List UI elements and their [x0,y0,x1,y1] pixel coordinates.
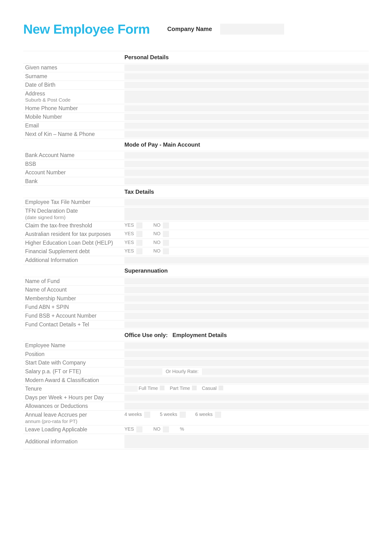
section-title: Personal Details [124,54,169,61]
input-surname[interactable] [124,73,369,80]
checkbox-help-no[interactable] [163,240,169,246]
input-emp-name[interactable] [124,342,369,349]
input-tfn[interactable] [124,199,369,206]
label-6-weeks: 6 weeks [195,412,213,424]
row-tfn-date: TFN Declaration Date (date signed form) [23,207,369,222]
label-nok: Next of Kin – Name & Phone [23,130,124,138]
row-nok: Next of Kin – Name & Phone [23,130,369,139]
row-resident: Australian resident for tax purposes YES… [23,230,369,239]
input-given-names[interactable] [124,64,369,71]
input-email[interactable] [124,122,369,129]
label-fund-abn: Fund ABN + SPIN [23,303,124,312]
input-position[interactable] [124,351,369,358]
row-allowances: Allowances or Deductions [23,402,369,411]
label-5-weeks: 5 weeks [160,412,177,424]
row-fund: Name of Fund [23,277,369,286]
checkbox-resident-no[interactable] [163,231,169,237]
input-office-addl[interactable] [124,435,369,448]
row-fund-contact: Fund Contact Details + Tel [23,320,369,329]
label-dob: Date of Birth [23,81,124,89]
checkbox-parttime[interactable] [192,386,197,390]
input-address[interactable] [124,90,369,103]
row-tenure: Tenure Full Time Part Time Casual [23,385,369,393]
row-tax-addl: Additional Information [23,256,369,265]
no-label: NO [153,222,161,229]
section-super: Superannuation [23,265,369,277]
label-help: Higher Education Loan Debt (HELP) [23,239,124,247]
input-award[interactable] [124,377,369,384]
label-tfn: Employee Tax File Number [23,198,124,207]
section-title: Mode of Pay - Main Account [124,141,200,148]
label-office-addl: Additional information [23,434,124,449]
row-given-names: Given names [23,63,369,72]
input-tax-addl[interactable] [124,257,369,264]
label-acct-name: Bank Account Name [23,151,124,160]
input-tfn-date[interactable] [124,208,369,220]
section-office: Office Use only: Employment Details [23,329,369,341]
checkbox-fulltime[interactable] [160,386,164,390]
row-annual-leave: Annual leave Accrues per annum (pro-rata… [23,411,369,425]
label-fund-bsb: Fund BSB + Account Number [23,312,124,320]
label-given-names: Given names [23,63,124,72]
row-tfn: Employee Tax File Number [23,198,369,207]
input-acct-name[interactable] [124,152,369,159]
row-start-date: Start Date with Company [23,359,369,367]
input-tenure-lead[interactable] [124,386,138,392]
label-allowances: Allowances or Deductions [23,402,124,410]
label-4-weeks: 4 weeks [124,412,142,424]
input-hourly[interactable] [202,368,369,375]
checkbox-fsd-yes[interactable] [136,248,142,254]
no-label: NO [153,248,161,255]
checkbox-6-weeks[interactable] [215,412,221,418]
checkbox-resident-yes[interactable] [136,231,142,237]
label-tax-addl: Additional Information [23,256,124,264]
checkbox-loading-no[interactable] [163,426,169,432]
checkbox-threshold-no[interactable] [163,222,169,229]
label-tenure: Tenure [23,385,124,393]
row-fund-abn: Fund ABN + SPIN [23,303,369,312]
input-fund-abn[interactable] [124,304,369,311]
checkbox-help-yes[interactable] [136,240,142,246]
label-member: Membership Number [23,294,124,303]
input-start-date[interactable] [124,360,369,366]
input-dob[interactable] [124,82,369,88]
input-salary[interactable] [124,368,162,375]
label-threshold: Claim the tax-free threshold [23,222,124,230]
input-member[interactable] [124,295,369,302]
checkbox-fsd-no[interactable] [163,248,169,254]
input-allowances[interactable] [124,403,369,409]
row-emp-name: Employee Name [23,341,369,350]
section-tax: Tax Details [23,186,369,198]
company-name-input[interactable] [220,24,284,35]
input-fund-contact[interactable] [124,321,369,328]
label-acct-no: Account Number [23,168,124,177]
checkbox-threshold-yes[interactable] [136,222,142,229]
label-start-date: Start Date with Company [23,359,124,367]
yes-label: YES [124,248,134,255]
checkbox-5-weeks[interactable] [180,412,186,418]
checkbox-loading-yes[interactable] [136,426,142,432]
row-help: Higher Education Loan Debt (HELP) YES NO [23,239,369,248]
input-nok[interactable] [124,131,369,138]
row-email: Email [23,122,369,130]
input-bank[interactable] [124,178,369,185]
checkbox-4-weeks[interactable] [144,412,150,418]
input-fund[interactable] [124,278,369,285]
label-annual-leave: Annual leave Accrues per annum (pro-rata… [23,411,124,425]
input-acct-no[interactable] [124,169,369,176]
row-award: Modern Award & Classification [23,376,369,385]
row-acct-name: Bank Account Name [23,151,369,160]
label-loading: Leave Loading Applicable [23,425,124,434]
label-email: Email [23,122,124,130]
input-mobile[interactable] [124,114,369,120]
input-home-phone[interactable] [124,105,369,112]
input-super-account[interactable] [124,287,369,293]
checkbox-casual[interactable] [218,386,223,390]
row-member: Membership Number [23,294,369,303]
section-title: Superannuation [124,267,168,274]
label-address: Address Suburb & Post Code [23,90,124,104]
input-bsb[interactable] [124,161,369,167]
percent-label: % [180,426,184,433]
input-fund-bsb[interactable] [124,313,369,319]
input-days-hours[interactable] [124,394,369,401]
